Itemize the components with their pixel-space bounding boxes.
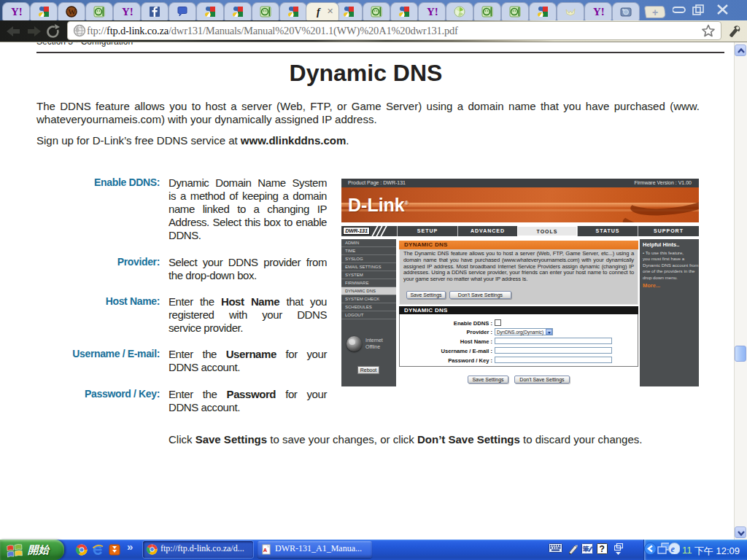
svg-text:筆: 筆 (582, 545, 589, 553)
svg-text:e: e (671, 544, 676, 554)
svg-text:?: ? (600, 544, 605, 554)
